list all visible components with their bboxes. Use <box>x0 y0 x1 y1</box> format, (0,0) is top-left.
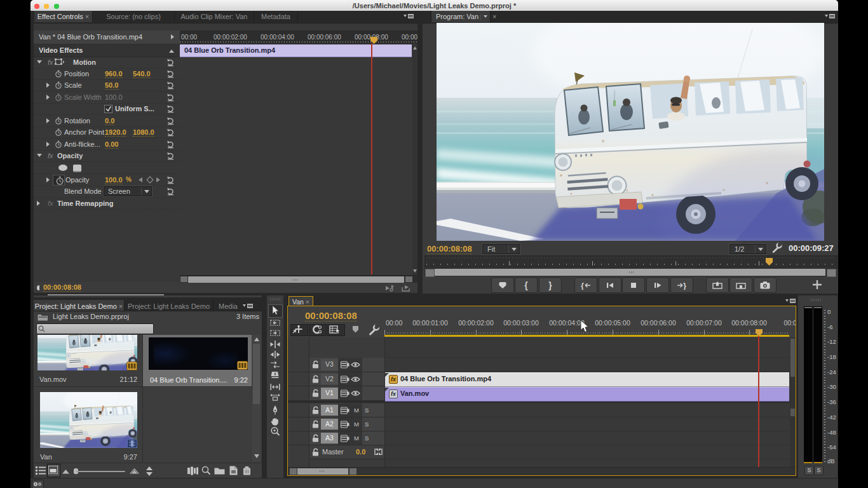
svg-text:{: { <box>581 281 584 290</box>
svg-text:}: } <box>683 281 686 290</box>
